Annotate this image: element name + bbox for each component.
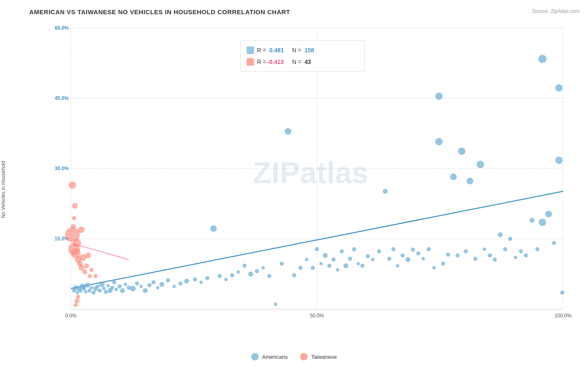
svg-point-91 <box>331 258 335 262</box>
svg-point-80 <box>274 303 277 306</box>
svg-point-46 <box>106 284 110 287</box>
svg-point-105 <box>396 264 399 268</box>
source-text: Source: ZipAtlas.com <box>532 8 580 14</box>
svg-point-58 <box>143 288 148 293</box>
svg-point-81 <box>280 262 284 266</box>
svg-point-156 <box>71 224 76 229</box>
svg-point-86 <box>311 266 315 270</box>
svg-point-138 <box>560 291 564 295</box>
chart-legend: Americans Taiwanese <box>251 353 337 360</box>
svg-point-35 <box>84 290 87 294</box>
svg-rect-17 <box>240 40 365 71</box>
svg-point-124 <box>488 253 492 258</box>
svg-point-152 <box>85 253 91 258</box>
svg-point-119 <box>464 249 468 253</box>
svg-point-52 <box>120 288 125 293</box>
svg-point-38 <box>90 286 93 289</box>
svg-point-139 <box>538 55 547 63</box>
svg-point-51 <box>118 284 122 289</box>
svg-point-125 <box>493 258 497 262</box>
svg-point-134 <box>539 219 546 226</box>
svg-point-130 <box>519 249 523 253</box>
svg-point-36 <box>85 283 90 288</box>
svg-point-121 <box>473 257 478 261</box>
svg-point-126 <box>498 232 503 237</box>
svg-point-116 <box>450 174 457 180</box>
svg-point-87 <box>315 247 319 251</box>
svg-point-85 <box>305 258 308 261</box>
svg-point-114 <box>441 262 445 266</box>
svg-point-135 <box>545 211 552 217</box>
chart-container: AMERICAN VS TAIWANESE NO VEHICLES IN HOU… <box>0 0 588 373</box>
svg-point-110 <box>422 257 425 261</box>
svg-point-145 <box>73 239 81 247</box>
svg-rect-18 <box>247 46 254 54</box>
svg-point-96 <box>352 247 356 251</box>
svg-point-153 <box>88 274 92 278</box>
svg-text:N =: N = <box>292 59 301 65</box>
svg-point-77 <box>255 269 259 273</box>
y-axis-label: No Vehicles in Household <box>0 161 6 218</box>
svg-text:R =: R = <box>257 59 266 65</box>
svg-text:0.0%: 0.0% <box>65 313 77 319</box>
svg-point-56 <box>135 281 139 286</box>
svg-point-59 <box>147 283 151 287</box>
svg-point-55 <box>130 286 136 291</box>
svg-point-157 <box>72 216 76 220</box>
svg-point-84 <box>298 266 302 270</box>
svg-point-151 <box>84 263 89 268</box>
svg-point-109 <box>416 251 420 255</box>
svg-point-128 <box>508 237 512 241</box>
svg-point-44 <box>102 287 105 290</box>
svg-point-83 <box>292 273 296 277</box>
svg-point-162 <box>94 274 98 278</box>
legend-circle-americans <box>251 353 259 360</box>
svg-point-50 <box>115 288 118 291</box>
svg-point-68 <box>199 281 203 284</box>
svg-point-120 <box>467 178 473 184</box>
svg-point-136 <box>552 241 556 245</box>
svg-point-102 <box>383 189 388 194</box>
svg-point-106 <box>401 253 405 258</box>
svg-point-100 <box>371 258 374 261</box>
svg-point-63 <box>166 278 170 282</box>
svg-point-78 <box>261 266 265 270</box>
legend-label-americans: Americans <box>262 354 288 360</box>
svg-point-108 <box>411 248 415 252</box>
legend-item-taiwanese: Taiwanese <box>300 353 337 360</box>
svg-point-74 <box>237 270 240 273</box>
svg-point-34 <box>82 286 86 291</box>
svg-point-123 <box>483 248 486 251</box>
svg-point-163 <box>78 227 84 233</box>
svg-text:N =: N = <box>292 47 301 54</box>
svg-point-127 <box>503 247 507 251</box>
svg-point-64 <box>173 285 176 288</box>
svg-point-89 <box>323 253 328 258</box>
svg-point-97 <box>357 262 360 266</box>
svg-point-32 <box>79 289 82 293</box>
svg-point-159 <box>74 303 78 307</box>
svg-point-94 <box>343 263 348 268</box>
svg-point-49 <box>112 280 116 284</box>
svg-rect-23 <box>247 58 254 66</box>
svg-point-76 <box>248 271 253 276</box>
svg-point-95 <box>348 257 352 261</box>
svg-point-79 <box>267 274 271 278</box>
svg-point-61 <box>156 286 159 289</box>
svg-point-90 <box>327 264 332 268</box>
svg-point-118 <box>458 148 465 155</box>
svg-point-41 <box>96 285 100 288</box>
svg-point-113 <box>435 138 443 146</box>
svg-point-160 <box>74 299 79 304</box>
legend-circle-taiwanese <box>300 353 308 360</box>
svg-point-70 <box>210 225 217 232</box>
legend-item-americans: Americans <box>251 353 288 360</box>
svg-point-69 <box>205 276 210 280</box>
svg-text:100.0%: 100.0% <box>555 313 572 319</box>
svg-point-60 <box>151 280 156 284</box>
svg-point-129 <box>514 256 517 259</box>
svg-point-57 <box>139 285 143 288</box>
svg-point-111 <box>427 247 431 251</box>
svg-point-39 <box>92 291 96 295</box>
svg-point-141 <box>435 92 443 100</box>
